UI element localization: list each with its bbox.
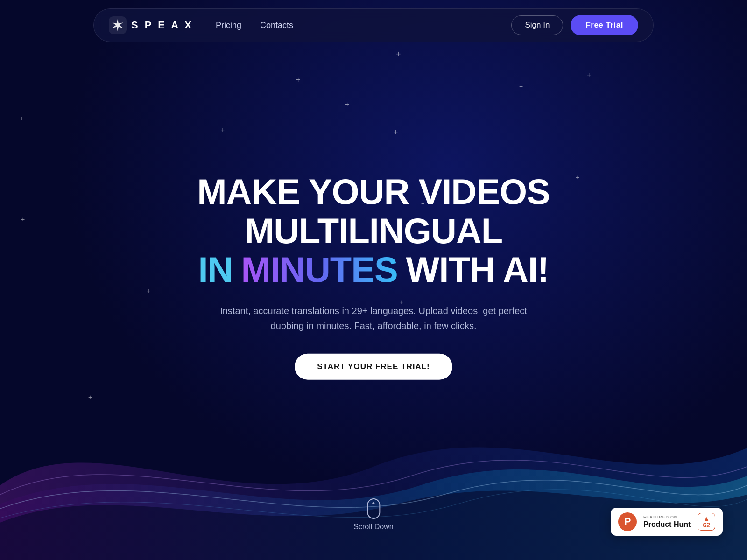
ph-logo-letter: P (624, 516, 631, 528)
ph-vote-count: 62 (703, 522, 710, 528)
logo-icon (109, 16, 127, 34)
hero-section: MAKE YOUR VIDEOS MULTILINGUAL IN MINUTES… (117, 172, 630, 380)
navbar-left: S P E A X Pricing Contacts (109, 16, 293, 34)
nav-pricing-link[interactable]: Pricing (216, 21, 241, 30)
hero-title-line1: MAKE YOUR VIDEOS MULTILINGUAL (117, 172, 630, 250)
nav-contacts-link[interactable]: Contacts (260, 21, 293, 30)
nav-links: Pricing Contacts (216, 21, 293, 30)
ph-arrow-icon: ▲ (703, 515, 710, 522)
logo[interactable]: S P E A X (109, 16, 193, 34)
ph-name: Product Hunt (643, 520, 691, 529)
scroll-dot (372, 502, 374, 504)
scroll-down: Scroll Down (353, 498, 393, 531)
hero-word-minutes: MINUTES (241, 250, 398, 289)
ph-logo-circle: P (618, 512, 637, 531)
free-trial-button[interactable]: Free Trial (571, 15, 638, 35)
nav-pricing[interactable]: Pricing (216, 21, 241, 30)
signin-button[interactable]: Sign In (511, 15, 563, 35)
nav-contacts[interactable]: Contacts (260, 21, 293, 30)
navbar-right: Sign In Free Trial (511, 15, 638, 35)
hero-word-in: IN (198, 250, 233, 289)
ph-logo-area: P (618, 512, 637, 531)
hero-title-line2: IN MINUTES WITH AI! (117, 250, 630, 289)
ph-votes: ▲ 62 (698, 513, 715, 531)
navbar: S P E A X Pricing Contacts Sign In Free … (93, 8, 654, 42)
scroll-icon (367, 498, 380, 519)
cta-button[interactable]: START YOUR FREE TRIAL! (295, 353, 452, 379)
hero-subtitle: Instant, accurate translations in 29+ la… (205, 303, 542, 333)
logo-text: S P E A X (131, 19, 193, 31)
ph-center: FEATURED ON Product Hunt (643, 515, 691, 529)
scroll-label: Scroll Down (353, 523, 393, 531)
product-hunt-badge[interactable]: P FEATURED ON Product Hunt ▲ 62 (611, 508, 723, 536)
hero-word-with-ai: WITH AI! (406, 250, 549, 289)
ph-featured-label: FEATURED ON (643, 515, 691, 519)
